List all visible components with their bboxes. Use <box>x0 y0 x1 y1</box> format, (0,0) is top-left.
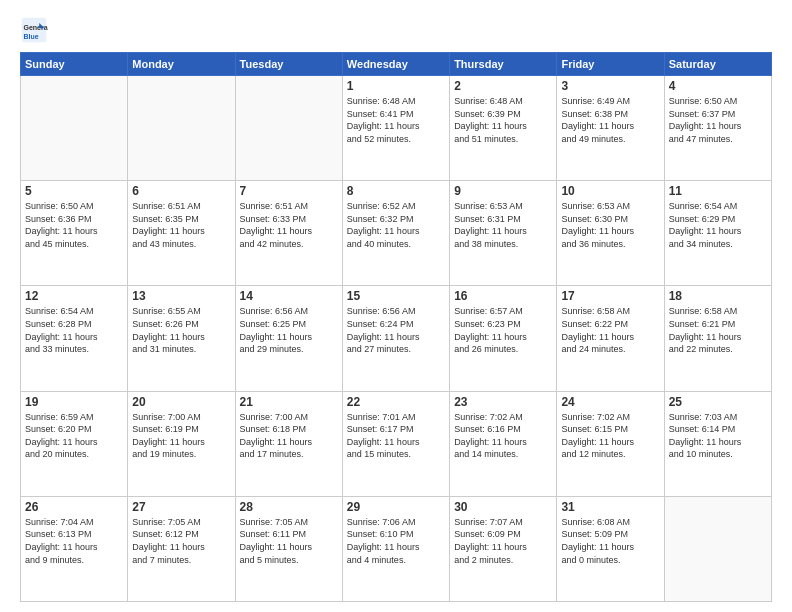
day-info: Sunrise: 7:07 AM Sunset: 6:09 PM Dayligh… <box>454 516 552 566</box>
day-cell: 5Sunrise: 6:50 AM Sunset: 6:36 PM Daylig… <box>21 181 128 286</box>
day-number: 15 <box>347 289 445 303</box>
day-info: Sunrise: 6:49 AM Sunset: 6:38 PM Dayligh… <box>561 95 659 145</box>
day-info: Sunrise: 7:00 AM Sunset: 6:18 PM Dayligh… <box>240 411 338 461</box>
day-cell: 15Sunrise: 6:56 AM Sunset: 6:24 PM Dayli… <box>342 286 449 391</box>
day-cell: 12Sunrise: 6:54 AM Sunset: 6:28 PM Dayli… <box>21 286 128 391</box>
day-info: Sunrise: 6:54 AM Sunset: 6:28 PM Dayligh… <box>25 305 123 355</box>
day-number: 18 <box>669 289 767 303</box>
day-cell: 28Sunrise: 7:05 AM Sunset: 6:11 PM Dayli… <box>235 496 342 601</box>
day-info: Sunrise: 6:50 AM Sunset: 6:36 PM Dayligh… <box>25 200 123 250</box>
svg-text:Blue: Blue <box>24 33 39 40</box>
week-row-1: 1Sunrise: 6:48 AM Sunset: 6:41 PM Daylig… <box>21 76 772 181</box>
day-cell: 14Sunrise: 6:56 AM Sunset: 6:25 PM Dayli… <box>235 286 342 391</box>
day-info: Sunrise: 7:02 AM Sunset: 6:16 PM Dayligh… <box>454 411 552 461</box>
day-cell: 16Sunrise: 6:57 AM Sunset: 6:23 PM Dayli… <box>450 286 557 391</box>
day-cell: 29Sunrise: 7:06 AM Sunset: 6:10 PM Dayli… <box>342 496 449 601</box>
day-number: 22 <box>347 395 445 409</box>
day-cell <box>664 496 771 601</box>
day-cell: 4Sunrise: 6:50 AM Sunset: 6:37 PM Daylig… <box>664 76 771 181</box>
logo: General Blue <box>20 16 52 44</box>
header: General Blue <box>20 16 772 44</box>
day-cell: 30Sunrise: 7:07 AM Sunset: 6:09 PM Dayli… <box>450 496 557 601</box>
day-cell: 24Sunrise: 7:02 AM Sunset: 6:15 PM Dayli… <box>557 391 664 496</box>
day-cell: 19Sunrise: 6:59 AM Sunset: 6:20 PM Dayli… <box>21 391 128 496</box>
day-info: Sunrise: 6:48 AM Sunset: 6:39 PM Dayligh… <box>454 95 552 145</box>
day-info: Sunrise: 7:05 AM Sunset: 6:11 PM Dayligh… <box>240 516 338 566</box>
day-number: 11 <box>669 184 767 198</box>
day-info: Sunrise: 6:58 AM Sunset: 6:21 PM Dayligh… <box>669 305 767 355</box>
day-number: 2 <box>454 79 552 93</box>
day-info: Sunrise: 7:04 AM Sunset: 6:13 PM Dayligh… <box>25 516 123 566</box>
day-number: 1 <box>347 79 445 93</box>
day-number: 31 <box>561 500 659 514</box>
svg-text:General: General <box>24 24 49 31</box>
weekday-thursday: Thursday <box>450 53 557 76</box>
day-cell: 21Sunrise: 7:00 AM Sunset: 6:18 PM Dayli… <box>235 391 342 496</box>
day-cell <box>128 76 235 181</box>
weekday-monday: Monday <box>128 53 235 76</box>
day-cell: 6Sunrise: 6:51 AM Sunset: 6:35 PM Daylig… <box>128 181 235 286</box>
logo-icon: General Blue <box>20 16 48 44</box>
day-info: Sunrise: 6:56 AM Sunset: 6:25 PM Dayligh… <box>240 305 338 355</box>
day-cell: 10Sunrise: 6:53 AM Sunset: 6:30 PM Dayli… <box>557 181 664 286</box>
day-number: 8 <box>347 184 445 198</box>
day-number: 10 <box>561 184 659 198</box>
day-info: Sunrise: 6:55 AM Sunset: 6:26 PM Dayligh… <box>132 305 230 355</box>
day-number: 13 <box>132 289 230 303</box>
day-info: Sunrise: 6:51 AM Sunset: 6:35 PM Dayligh… <box>132 200 230 250</box>
week-row-4: 19Sunrise: 6:59 AM Sunset: 6:20 PM Dayli… <box>21 391 772 496</box>
day-cell: 8Sunrise: 6:52 AM Sunset: 6:32 PM Daylig… <box>342 181 449 286</box>
day-info: Sunrise: 6:53 AM Sunset: 6:31 PM Dayligh… <box>454 200 552 250</box>
day-cell: 27Sunrise: 7:05 AM Sunset: 6:12 PM Dayli… <box>128 496 235 601</box>
day-info: Sunrise: 6:57 AM Sunset: 6:23 PM Dayligh… <box>454 305 552 355</box>
day-info: Sunrise: 7:03 AM Sunset: 6:14 PM Dayligh… <box>669 411 767 461</box>
day-number: 25 <box>669 395 767 409</box>
day-info: Sunrise: 6:58 AM Sunset: 6:22 PM Dayligh… <box>561 305 659 355</box>
week-row-3: 12Sunrise: 6:54 AM Sunset: 6:28 PM Dayli… <box>21 286 772 391</box>
day-number: 6 <box>132 184 230 198</box>
calendar-table: SundayMondayTuesdayWednesdayThursdayFrid… <box>20 52 772 602</box>
day-number: 20 <box>132 395 230 409</box>
day-number: 14 <box>240 289 338 303</box>
day-cell: 11Sunrise: 6:54 AM Sunset: 6:29 PM Dayli… <box>664 181 771 286</box>
weekday-wednesday: Wednesday <box>342 53 449 76</box>
day-info: Sunrise: 7:05 AM Sunset: 6:12 PM Dayligh… <box>132 516 230 566</box>
week-row-2: 5Sunrise: 6:50 AM Sunset: 6:36 PM Daylig… <box>21 181 772 286</box>
day-cell: 17Sunrise: 6:58 AM Sunset: 6:22 PM Dayli… <box>557 286 664 391</box>
day-number: 7 <box>240 184 338 198</box>
day-number: 12 <box>25 289 123 303</box>
day-cell: 22Sunrise: 7:01 AM Sunset: 6:17 PM Dayli… <box>342 391 449 496</box>
day-cell: 1Sunrise: 6:48 AM Sunset: 6:41 PM Daylig… <box>342 76 449 181</box>
day-number: 4 <box>669 79 767 93</box>
weekday-friday: Friday <box>557 53 664 76</box>
day-number: 30 <box>454 500 552 514</box>
day-number: 24 <box>561 395 659 409</box>
day-number: 27 <box>132 500 230 514</box>
day-cell: 3Sunrise: 6:49 AM Sunset: 6:38 PM Daylig… <box>557 76 664 181</box>
day-info: Sunrise: 6:52 AM Sunset: 6:32 PM Dayligh… <box>347 200 445 250</box>
day-cell: 7Sunrise: 6:51 AM Sunset: 6:33 PM Daylig… <box>235 181 342 286</box>
day-info: Sunrise: 6:48 AM Sunset: 6:41 PM Dayligh… <box>347 95 445 145</box>
day-cell: 31Sunrise: 6:08 AM Sunset: 5:09 PM Dayli… <box>557 496 664 601</box>
day-cell: 2Sunrise: 6:48 AM Sunset: 6:39 PM Daylig… <box>450 76 557 181</box>
day-info: Sunrise: 6:59 AM Sunset: 6:20 PM Dayligh… <box>25 411 123 461</box>
day-number: 26 <box>25 500 123 514</box>
day-number: 23 <box>454 395 552 409</box>
day-cell: 20Sunrise: 7:00 AM Sunset: 6:19 PM Dayli… <box>128 391 235 496</box>
day-info: Sunrise: 6:56 AM Sunset: 6:24 PM Dayligh… <box>347 305 445 355</box>
day-info: Sunrise: 7:00 AM Sunset: 6:19 PM Dayligh… <box>132 411 230 461</box>
day-info: Sunrise: 6:54 AM Sunset: 6:29 PM Dayligh… <box>669 200 767 250</box>
day-info: Sunrise: 7:01 AM Sunset: 6:17 PM Dayligh… <box>347 411 445 461</box>
day-info: Sunrise: 6:51 AM Sunset: 6:33 PM Dayligh… <box>240 200 338 250</box>
weekday-saturday: Saturday <box>664 53 771 76</box>
day-number: 5 <box>25 184 123 198</box>
week-row-5: 26Sunrise: 7:04 AM Sunset: 6:13 PM Dayli… <box>21 496 772 601</box>
day-cell: 18Sunrise: 6:58 AM Sunset: 6:21 PM Dayli… <box>664 286 771 391</box>
day-number: 19 <box>25 395 123 409</box>
day-info: Sunrise: 7:06 AM Sunset: 6:10 PM Dayligh… <box>347 516 445 566</box>
day-cell: 23Sunrise: 7:02 AM Sunset: 6:16 PM Dayli… <box>450 391 557 496</box>
day-info: Sunrise: 6:53 AM Sunset: 6:30 PM Dayligh… <box>561 200 659 250</box>
day-number: 29 <box>347 500 445 514</box>
weekday-header-row: SundayMondayTuesdayWednesdayThursdayFrid… <box>21 53 772 76</box>
day-info: Sunrise: 6:08 AM Sunset: 5:09 PM Dayligh… <box>561 516 659 566</box>
